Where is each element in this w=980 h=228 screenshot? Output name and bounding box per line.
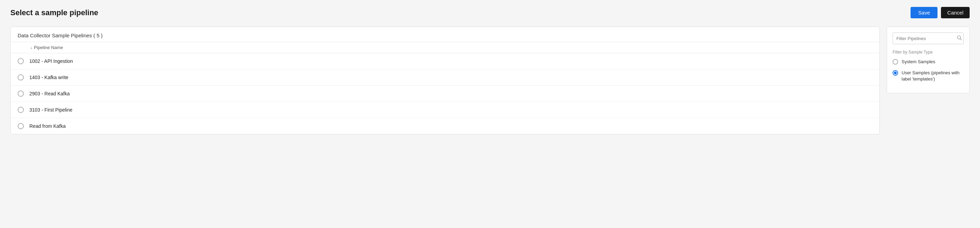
filter-options: System SamplesUser Samples (pipelines wi… <box>892 59 964 83</box>
pipeline-table-card: Data Collector Sample Pipelines ( 5 ) ↓ … <box>10 27 880 134</box>
filter-option-label-user-samples: User Samples (pipelines with label 'temp… <box>902 70 964 82</box>
filter-option-label-system-samples: System Samples <box>902 59 935 65</box>
pipeline-radio[interactable] <box>18 91 24 97</box>
filter-option-user-samples[interactable]: User Samples (pipelines with label 'temp… <box>892 70 964 82</box>
page-title: Select a sample pipeline <box>10 8 98 17</box>
sort-icon: ↓ <box>30 45 32 50</box>
filter-option-system-samples[interactable]: System Samples <box>892 59 964 65</box>
table-row[interactable]: Read from Kafka <box>11 118 880 134</box>
pipeline-radio[interactable] <box>18 58 24 64</box>
filter-radio-user-samples[interactable] <box>892 70 898 76</box>
table-section-header: Data Collector Sample Pipelines ( 5 ) <box>11 27 880 42</box>
svg-line-1 <box>960 39 962 40</box>
pipeline-radio[interactable] <box>18 74 24 80</box>
filter-panel: Filter by Sample Type System SamplesUser… <box>887 27 970 93</box>
table-row[interactable]: 3103 - First Pipeline <box>11 102 880 118</box>
pipeline-name: 3103 - First Pipeline <box>29 107 73 113</box>
header-buttons: Save Cancel <box>910 7 970 18</box>
pipeline-rows: 1002 - API Ingestion1403 - Kafka write29… <box>11 53 880 134</box>
pipeline-name: 1403 - Kafka write <box>29 75 68 80</box>
page-header: Select a sample pipeline Save Cancel <box>10 7 970 18</box>
pipeline-name: 2903 - Read Kafka <box>29 91 70 96</box>
main-layout: Data Collector Sample Pipelines ( 5 ) ↓ … <box>10 27 970 134</box>
column-pipeline-name: Pipeline Name <box>34 45 63 50</box>
filter-pipelines-input[interactable] <box>896 36 955 41</box>
filter-search-wrap <box>892 32 964 44</box>
table-row[interactable]: 2903 - Read Kafka <box>11 86 880 102</box>
pipeline-name: 1002 - API Ingestion <box>29 58 73 64</box>
search-icon <box>956 35 962 42</box>
pipeline-radio[interactable] <box>18 123 24 129</box>
filter-radio-system-samples[interactable] <box>892 59 898 65</box>
table-row[interactable]: 1002 - API Ingestion <box>11 53 880 69</box>
pipeline-radio[interactable] <box>18 107 24 113</box>
pipeline-name: Read from Kafka <box>29 123 66 129</box>
table-col-header: ↓ Pipeline Name <box>11 42 880 53</box>
save-button[interactable]: Save <box>910 7 937 18</box>
table-row[interactable]: 1403 - Kafka write <box>11 69 880 86</box>
filter-by-label: Filter by Sample Type <box>892 50 964 54</box>
cancel-button[interactable]: Cancel <box>941 7 970 18</box>
